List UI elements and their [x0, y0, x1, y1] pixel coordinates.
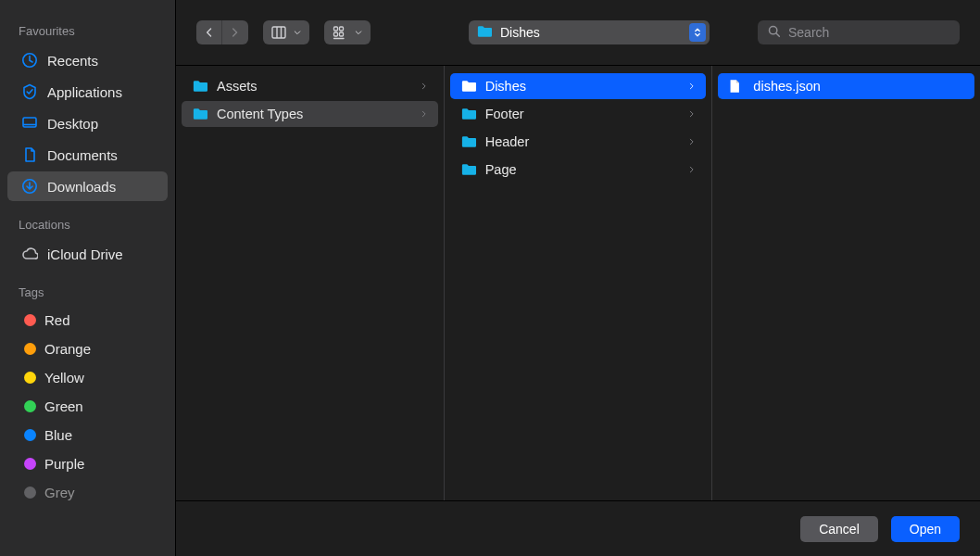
sidebar-item-label: Grey: [44, 485, 75, 500]
item-name: Content Types: [217, 107, 412, 121]
cloud-icon: [20, 245, 39, 263]
sidebar-item-label: Applications: [47, 84, 122, 100]
chevron-down-icon: [293, 28, 302, 37]
list-item[interactable]: Content Types: [182, 101, 438, 127]
forward-button[interactable]: [222, 20, 248, 44]
item-name: Dishes: [485, 79, 681, 94]
column-1: Dishes Footer Header Page: [445, 66, 713, 500]
sidebar-item-label: Yellow: [44, 370, 84, 385]
cancel-button[interactable]: Cancel: [800, 516, 878, 542]
item-name: Footer: [485, 107, 681, 121]
path-label: Dishes: [500, 25, 682, 40]
sidebar-section-locations: Locations: [0, 210, 175, 237]
sidebar-item-desktop[interactable]: Desktop: [7, 108, 168, 138]
sidebar-section-favourites: Favourites: [0, 17, 175, 44]
group-by-button[interactable]: [324, 20, 371, 44]
folder-icon: [191, 106, 209, 122]
column-0: Assets Content Types: [176, 66, 445, 500]
sidebar-item-tag-blue[interactable]: Blue: [7, 422, 168, 449]
folder-icon: [459, 78, 478, 95]
sidebar-item-downloads[interactable]: Downloads: [7, 171, 168, 201]
main-panel: Dishes Assets Content Types: [176, 0, 980, 556]
sidebar-item-tag-orange[interactable]: Orange: [7, 335, 168, 362]
sidebar-item-recents[interactable]: Recents: [7, 45, 168, 75]
sidebar-item-label: Orange: [44, 341, 91, 357]
apps-icon: [20, 82, 39, 101]
chevron-right-icon: [687, 107, 697, 121]
open-button[interactable]: Open: [891, 516, 960, 542]
sidebar-item-label: Purple: [44, 456, 84, 472]
dialog-footer: Cancel Open: [176, 500, 980, 556]
list-item[interactable]: Header: [450, 129, 707, 155]
tag-dot-icon: [24, 314, 36, 326]
sidebar-item-tag-purple[interactable]: Purple: [7, 450, 168, 477]
folder-icon: [476, 24, 493, 42]
sidebar-item-label: Downloads: [47, 179, 116, 195]
updown-icon: [689, 23, 706, 42]
item-name: Assets: [217, 79, 412, 94]
list-item[interactable]: Dishes: [450, 73, 707, 99]
tag-dot-icon: [24, 400, 36, 412]
document-icon: [20, 145, 39, 164]
tag-dot-icon: [24, 429, 36, 441]
view-mode-columns-button[interactable]: [263, 20, 309, 44]
sidebar: Favourites Recents Applications Desktop …: [0, 0, 176, 556]
list-item[interactable]: Page: [450, 157, 707, 183]
sidebar-item-label: Documents: [47, 147, 118, 163]
sidebar-item-label: Recents: [47, 53, 98, 69]
toolbar: Dishes: [176, 0, 980, 65]
sidebar-section-tags: Tags: [0, 278, 175, 305]
chevron-right-icon: [420, 107, 429, 121]
search-icon: [767, 24, 781, 41]
folder-icon: [191, 78, 209, 95]
tag-dot-icon: [24, 458, 36, 470]
clock-icon: [20, 51, 39, 70]
chevron-down-icon: [354, 28, 363, 37]
item-name: Page: [485, 162, 681, 177]
search-field[interactable]: [758, 20, 960, 44]
sidebar-item-tag-yellow[interactable]: Yellow: [7, 364, 168, 391]
item-name: Header: [485, 134, 681, 149]
chevron-right-icon: [687, 135, 697, 149]
desktop-icon: [20, 114, 39, 133]
tag-dot-icon: [24, 343, 36, 355]
sidebar-item-label: iCloud Drive: [47, 246, 123, 262]
tag-dot-icon: [24, 372, 36, 384]
sidebar-item-label: Red: [44, 312, 70, 328]
chevron-right-icon: [687, 80, 697, 94]
list-item[interactable]: Assets: [182, 73, 438, 99]
column-browser: Assets Content Types Dishes Footer: [176, 65, 980, 500]
sidebar-item-documents[interactable]: Documents: [7, 140, 168, 170]
sidebar-item-label: Desktop: [47, 116, 98, 132]
download-icon: [20, 177, 39, 196]
chevron-right-icon: [687, 163, 697, 177]
sidebar-item-label: Green: [44, 398, 83, 414]
sidebar-item-applications[interactable]: Applications: [7, 77, 168, 107]
folder-icon: [459, 106, 478, 122]
sidebar-item-icloud-drive[interactable]: iCloud Drive: [7, 239, 168, 269]
folder-icon: [459, 133, 478, 150]
sidebar-item-tag-grey[interactable]: Grey: [7, 479, 168, 506]
column-2: dishes.json: [712, 66, 980, 500]
item-name: dishes.json: [753, 79, 965, 94]
list-item[interactable]: Footer: [450, 101, 707, 127]
sidebar-item-tag-green[interactable]: Green: [7, 393, 168, 420]
chevron-right-icon: [420, 80, 429, 94]
folder-icon: [459, 161, 478, 178]
tag-dot-icon: [24, 486, 36, 499]
nav-back-forward: [196, 20, 248, 44]
search-input[interactable]: [788, 25, 950, 40]
back-button[interactable]: [196, 20, 222, 44]
list-item[interactable]: dishes.json: [718, 73, 974, 99]
path-popup[interactable]: Dishes: [469, 20, 710, 44]
sidebar-item-label: Blue: [44, 427, 72, 443]
file-icon: [727, 78, 746, 95]
sidebar-item-tag-red[interactable]: Red: [7, 307, 168, 334]
